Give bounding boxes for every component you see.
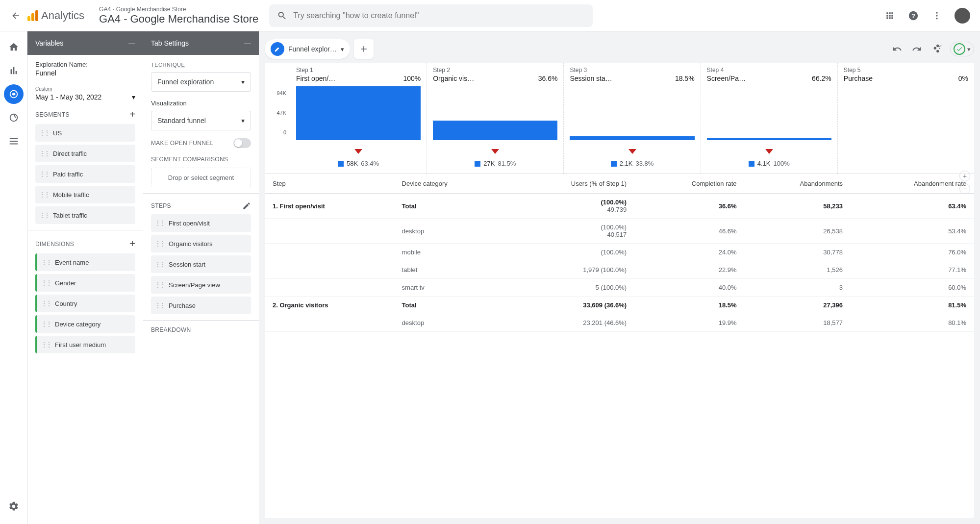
avatar[interactable] [955, 8, 970, 24]
variables-title: Variables [35, 39, 63, 47]
cell-users: (100.0%)49,739 [505, 194, 635, 219]
drag-handle-icon: ⋮⋮ [41, 279, 51, 286]
tab-dropdown-icon[interactable]: ▾ [341, 46, 344, 53]
tab-name: Funnel explor… [288, 45, 337, 53]
nav-explore[interactable] [4, 84, 24, 104]
step-name: Organic vis… [433, 75, 474, 82]
more-menu-icon[interactable] [931, 10, 943, 22]
drag-handle-icon: ⋮⋮ [41, 321, 51, 327]
nav-advertising[interactable] [4, 108, 24, 127]
segment-pill[interactable]: ⋮⋮US [35, 124, 135, 142]
cell-completion: 22.9% [634, 261, 744, 279]
add-dimension-button[interactable]: + [129, 238, 135, 250]
segment-label: Tablet traffic [53, 212, 87, 219]
dimension-pill[interactable]: ⋮⋮Country [35, 295, 135, 312]
segment-label: US [53, 129, 62, 137]
drop-count: 27K [483, 160, 495, 167]
collapse-variables-icon[interactable]: — [128, 39, 135, 47]
cell-completion: 18.5% [634, 297, 744, 314]
segment-label: Mobile traffic [53, 191, 89, 199]
search-box[interactable] [269, 4, 593, 27]
search-input[interactable] [293, 11, 585, 20]
funnel-step-column: Step 2Organic vis…36.6%27K81.5% [427, 63, 563, 174]
step-name: Session sta… [570, 75, 612, 82]
property-name: GA4 - Google Merchandise Store [99, 13, 258, 25]
apps-icon[interactable] [884, 10, 896, 22]
property-selector[interactable]: GA4 - Google Merchandise Store GA4 - Goo… [99, 6, 258, 25]
undo-button[interactable] [891, 43, 903, 55]
segment-pill[interactable]: ⋮⋮Direct traffic [35, 145, 135, 162]
cell-step: 2. Organic visitors [265, 297, 394, 314]
cell-abandonments: 18,577 [745, 314, 851, 332]
segment-dropzone[interactable]: Drop or select segment [151, 168, 251, 187]
drag-handle-icon: ⋮⋮ [39, 171, 49, 177]
cell-step [265, 219, 394, 244]
status-dropdown-icon[interactable]: ▾ [967, 46, 971, 53]
drop-arrow-icon [296, 143, 421, 157]
step-pill[interactable]: ⋮⋮Session start [151, 255, 251, 273]
dimension-pill[interactable]: ⋮⋮First user medium [35, 336, 135, 353]
svg-point-3 [936, 15, 937, 16]
technique-select[interactable]: Funnel exploration ▾ [151, 72, 251, 92]
open-funnel-toggle[interactable] [233, 138, 251, 148]
nav-home[interactable] [4, 37, 24, 57]
help-icon[interactable]: ? [907, 10, 919, 22]
series-color-icon [611, 161, 617, 167]
dimension-pill[interactable]: ⋮⋮Device category [35, 315, 135, 333]
dimension-pill[interactable]: ⋮⋮Gender [35, 274, 135, 292]
step-label: Session start [169, 261, 205, 268]
date-range-selector[interactable]: May 1 - May 30, 2022 ▾ [35, 93, 135, 101]
step-pill[interactable]: ⋮⋮Purchase [151, 297, 251, 314]
cell-abandonment-rate: 53.4% [851, 219, 974, 244]
visualization-label: Visualization [151, 100, 251, 107]
zoom-out-button[interactable]: − [959, 183, 970, 194]
step-label: Purchase [169, 302, 196, 309]
drag-handle-icon: ⋮⋮ [41, 341, 51, 348]
cell-step [265, 279, 394, 297]
cell-abandonment-rate: 77.1% [851, 261, 974, 279]
redo-button[interactable] [911, 43, 923, 55]
share-button[interactable]: + [930, 43, 942, 55]
dimension-pill[interactable]: ⋮⋮Event name [35, 253, 135, 271]
cell-abandonments: 26,538 [745, 219, 851, 244]
visualization-select[interactable]: Standard funnel ▾ [151, 111, 251, 130]
analytics-logo[interactable]: Analytics [27, 9, 84, 22]
edit-steps-icon[interactable] [242, 201, 251, 210]
collapse-tab-settings-icon[interactable]: — [244, 39, 251, 47]
dimension-label: Device category [55, 321, 101, 328]
search-icon [277, 10, 287, 21]
y-axis: 94K 47K 0 [265, 63, 290, 174]
cell-completion: 19.9% [634, 314, 744, 332]
add-segment-button[interactable]: + [129, 109, 135, 120]
cell-abandonments: 30,778 [745, 244, 851, 261]
zoom-in-button[interactable]: + [959, 171, 970, 181]
segment-pill[interactable]: ⋮⋮Tablet traffic [35, 206, 135, 224]
step-pct: 0% [958, 75, 968, 82]
table-row: smart tv5 (100.0%)40.0%360.0% [265, 279, 974, 297]
exploration-name-label: Exploration Name: [35, 61, 135, 68]
drag-handle-icon: ⋮⋮ [39, 212, 49, 219]
variables-panel: Variables — Exploration Name: Funnel Cus… [27, 31, 143, 524]
exploration-tab[interactable]: Funnel explor… ▾ [265, 39, 350, 59]
drag-handle-icon: ⋮⋮ [39, 129, 49, 136]
nav-reports[interactable] [4, 61, 24, 80]
segment-pill[interactable]: ⋮⋮Mobile traffic [35, 186, 135, 203]
add-tab-button[interactable] [354, 39, 374, 59]
back-button[interactable] [10, 10, 22, 22]
breakdown-label: BREAKDOWN [151, 326, 251, 333]
step-number: Step 4 [707, 67, 724, 74]
cell-users: 5 (100.0%) [505, 279, 635, 297]
nav-configure[interactable] [4, 131, 24, 151]
table-row: 2. Organic visitorsTotal33,609 (36.6%)18… [265, 297, 974, 314]
step-pill[interactable]: ⋮⋮Organic visitors [151, 235, 251, 252]
cell-abandonment-rate: 80.1% [851, 314, 974, 332]
segment-label: Direct traffic [53, 150, 87, 157]
funnel-step-column: Step 3Session sta…18.5%2.1K33.8% [563, 63, 700, 174]
drag-handle-icon: ⋮⋮ [39, 150, 49, 157]
nav-admin[interactable] [4, 497, 24, 516]
drag-handle-icon: ⋮⋮ [155, 261, 165, 268]
segment-pill[interactable]: ⋮⋮Paid traffic [35, 165, 135, 183]
step-pill[interactable]: ⋮⋮Screen/Page view [151, 276, 251, 294]
exploration-name-value[interactable]: Funnel [35, 69, 135, 77]
step-pill[interactable]: ⋮⋮First open/visit [151, 214, 251, 232]
